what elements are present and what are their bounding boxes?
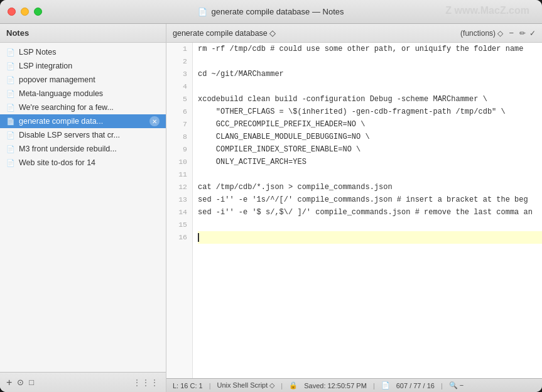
search-status[interactable]: 🔍 − [449, 381, 463, 389]
line-number-10: 10 [166, 156, 192, 168]
code-line-4[interactable] [198, 80, 542, 93]
code-editor[interactable]: 12345678910111213141516 rm -rf /tmp/cdb … [166, 43, 542, 378]
lock-icon: 🔒 [289, 381, 298, 389]
sidebar-item-generate-compile[interactable]: 📄generate compile data...✕ [0, 114, 166, 128]
sidebar: Notes 📄LSP Notes📄LSP integration📄popover… [0, 24, 166, 392]
code-line-1[interactable]: rm -rf /tmp/cdb # could use some other p… [198, 43, 542, 55]
sidebar-item-lsp-integration[interactable]: 📄LSP integration [0, 59, 166, 73]
file-icon: 📄 [6, 90, 15, 98]
code-line-7[interactable]: GCC_PRECOMPILE_PREFIX_HEADER=NO \ [198, 118, 542, 131]
line-number-3: 3 [166, 68, 192, 80]
sidebar-item-label: LSP Notes [19, 48, 160, 57]
cursor-position: L: 16 C: 1 [173, 382, 203, 389]
window: 📄 generate compile database — Notes Z ww… [0, 0, 542, 392]
file-icon: 📄 [6, 145, 15, 153]
line-number-2: 2 [166, 55, 192, 68]
code-line-2[interactable] [198, 55, 542, 68]
editor-area: generate compile database ◇ (functions) … [166, 24, 542, 392]
traffic-lights [8, 8, 42, 16]
main-content: Notes 📄LSP Notes📄LSP integration📄popover… [0, 24, 542, 392]
file-icon: 📄 [6, 104, 15, 112]
code-line-12[interactable]: cat /tmp/cdb/*.json > compile_commands.j… [198, 181, 542, 193]
titlebar-title: 📄 generate compile database — Notes [198, 7, 344, 16]
file-icon: 📄 [6, 131, 15, 139]
close-item-badge[interactable]: ✕ [149, 116, 160, 126]
line-number-4: 4 [166, 80, 192, 93]
line-number-12: 12 [166, 181, 192, 193]
line-number-9: 9 [166, 143, 192, 156]
sidebar-item-searching[interactable]: 📄We're searching for a few... [0, 101, 166, 114]
watermark: Z www.MacZ.com [445, 5, 529, 16]
sidebar-resize-handle: ⋮⋮⋮ [133, 378, 160, 387]
file-icon: 📄 [6, 76, 15, 84]
file-icon: 📄 [6, 117, 15, 126]
sidebar-item-label: LSP integration [19, 62, 160, 70]
file-icon: 📄 [6, 159, 15, 167]
sidebar-item-lsp-notes[interactable]: 📄LSP Notes [0, 45, 166, 59]
code-line-15[interactable] [198, 219, 542, 231]
line-number-16: 16 [166, 231, 192, 244]
line-number-11: 11 [166, 168, 192, 181]
sidebar-list: 📄LSP Notes📄LSP integration📄popover manag… [0, 43, 166, 372]
sidebar-item-label: M3 front underside rebuild... [19, 144, 160, 153]
line-numbers: 12345678910111213141516 [166, 43, 193, 378]
line-number-13: 13 [166, 193, 192, 206]
close-button[interactable] [8, 8, 16, 16]
editor-toolbar-title: generate compile database ◇ [173, 28, 455, 38]
sidebar-item-web-site[interactable]: 📄Web site to-dos for 14 [0, 156, 166, 170]
functions-dropdown[interactable]: (functions) ◇ [460, 29, 503, 38]
code-line-5[interactable]: xcodebuild clean build -configuration De… [198, 93, 542, 106]
line-number-1: 1 [166, 43, 192, 55]
sidebar-item-label: We're searching for a few... [19, 103, 160, 112]
saved-time: Saved: 12:50:57 PM [304, 382, 367, 389]
sidebar-footer: + ⊙ □ ⋮⋮⋮ [0, 372, 166, 392]
file-stats-icon: 📄 [381, 381, 390, 389]
minimize-button[interactable] [21, 8, 29, 16]
pen-button[interactable]: ✏ [519, 29, 526, 38]
code-line-10[interactable]: ONLY_ACTIVE_ARCH=YES [198, 156, 542, 168]
file-type[interactable]: Unix Shell Script ◇ [217, 381, 275, 389]
file-icon: 📄 [6, 62, 15, 70]
sidebar-header: Notes [0, 24, 166, 43]
editor-toolbar: generate compile database ◇ (functions) … [166, 24, 542, 43]
line-number-14: 14 [166, 206, 192, 219]
sidebar-item-label: popover management [19, 75, 160, 84]
sidebar-header-label: Notes [6, 28, 29, 38]
line-number-5: 5 [166, 93, 192, 106]
file-stats: 607 / 77 / 16 [396, 382, 435, 389]
code-line-13[interactable]: sed -i'' -e '1s/^/[/' compile_commands.j… [198, 193, 542, 206]
sidebar-item-label: Meta-language modules [19, 89, 160, 98]
sidebar-item-meta-language[interactable]: 📄Meta-language modules [0, 87, 166, 101]
history-button[interactable]: ⊙ [17, 378, 24, 386]
titlebar-text: generate compile database — Notes [211, 7, 344, 16]
delete-note-button[interactable]: □ [29, 378, 34, 386]
add-note-button[interactable]: + [6, 378, 12, 388]
sidebar-item-popover-management[interactable]: 📄popover management [0, 73, 166, 87]
line-number-7: 7 [166, 118, 192, 131]
maximize-button[interactable] [34, 8, 42, 16]
line-number-8: 8 [166, 131, 192, 143]
line-number-6: 6 [166, 106, 192, 118]
code-line-16[interactable] [198, 231, 542, 244]
sidebar-item-label: generate compile data... [19, 117, 146, 126]
editor-toolbar-right: (functions) ◇ − ✏ ✓ [460, 28, 536, 38]
titlebar: 📄 generate compile database — Notes Z ww… [0, 0, 542, 24]
code-line-9[interactable]: COMPILER_INDEX_STORE_ENABLE=NO \ [198, 143, 542, 156]
sidebar-item-label: Web site to-dos for 14 [19, 158, 160, 167]
code-line-3[interactable]: cd ~/git/MARChammer [198, 68, 542, 80]
sidebar-item-label: Disable LSP servers that cr... [19, 131, 160, 139]
line-number-15: 15 [166, 219, 192, 231]
code-line-6[interactable]: "OTHER_CFLAGS = \$(inherited) -gen-cdb-f… [198, 106, 542, 118]
code-content[interactable]: rm -rf /tmp/cdb # could use some other p… [193, 43, 542, 378]
check-button[interactable]: ✓ [529, 29, 536, 38]
file-icon: 📄 [6, 48, 15, 57]
sidebar-item-disable-lsp[interactable]: 📄Disable LSP servers that cr... [0, 128, 166, 142]
editor-statusbar: L: 16 C: 1 | Unix Shell Script ◇ | 🔒 Sav… [166, 378, 542, 392]
code-line-11[interactable] [198, 168, 542, 181]
code-line-8[interactable]: CLANG_ENABLE_MODULE_DEBUGGING=NO \ [198, 131, 542, 143]
code-line-14[interactable]: sed -i'' -e '$ s/,$\/ ]/' compile_comman… [198, 206, 542, 219]
sidebar-item-m3-front[interactable]: 📄M3 front underside rebuild... [0, 142, 166, 156]
minus-button[interactable]: − [507, 28, 516, 38]
titlebar-doc-icon: 📄 [198, 8, 207, 16]
